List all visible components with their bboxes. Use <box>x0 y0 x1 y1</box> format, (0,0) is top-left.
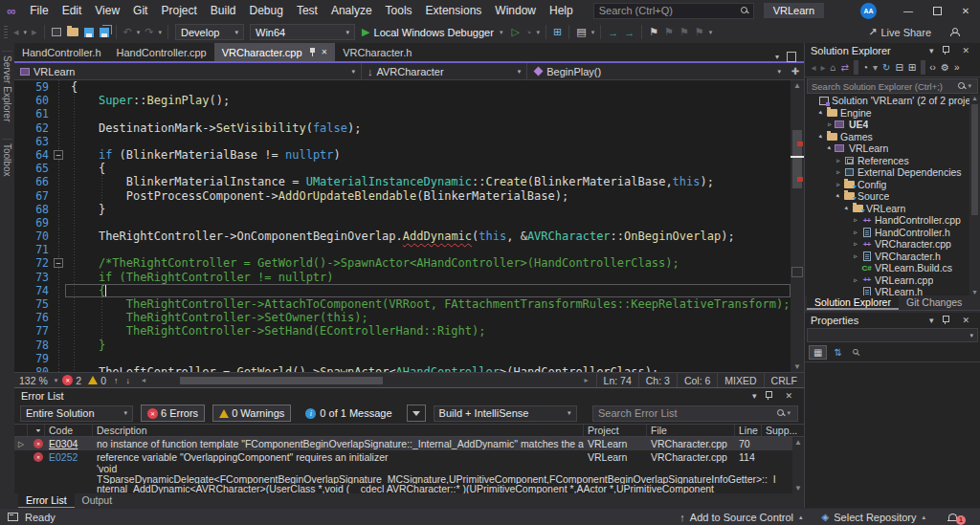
properties-object-dropdown[interactable]: ▾ <box>807 328 978 342</box>
fold-margin[interactable] <box>53 94 65 107</box>
fold-margin[interactable] <box>53 284 65 297</box>
scroll-down-icon[interactable]: ▼ <box>969 289 980 295</box>
code-column-header[interactable]: Code <box>45 425 93 436</box>
pin-icon[interactable] <box>309 48 316 56</box>
tree-item-vrlearn.cpp[interactable]: ▹++VRLearn.cpp <box>805 274 969 287</box>
find-in-files-icon[interactable]: ▤ <box>573 26 589 38</box>
window-position-caret-icon[interactable]: ▾ <box>747 391 762 401</box>
tree-item-source[interactable]: ▸Source <box>805 190 969 203</box>
error-row[interactable]: ✕E0252reference variable "OverlappingCom… <box>14 450 804 464</box>
menu-window[interactable]: Window <box>488 0 543 21</box>
account-avatar[interactable]: AA <box>860 3 877 19</box>
scroll-down-icon[interactable]: ▼ <box>792 484 804 492</box>
properties-title-bar[interactable]: Properties ▾ ✕ <box>805 313 980 327</box>
code-line-78[interactable]: 78 } <box>14 339 791 352</box>
member-dropdown[interactable]: BeginPlay() ▾ <box>527 63 787 79</box>
close-icon[interactable]: ✕ <box>780 391 797 401</box>
error-search-input[interactable] <box>598 407 777 419</box>
tree-item-ue4[interactable]: ▹UE4 <box>805 119 969 131</box>
tab-vrcharacter.h[interactable]: VRCharacter.h <box>335 43 419 61</box>
back-icon[interactable]: ◂ <box>809 62 818 73</box>
fold-margin[interactable] <box>53 189 65 203</box>
fold-margin[interactable] <box>53 311 65 324</box>
code-line-60[interactable]: 60 Super::BeginPlay(); <box>14 94 791 107</box>
solution-configuration-dropdown[interactable]: Develop▾ <box>175 24 244 40</box>
code-line-74[interactable]: 74 { <box>14 284 791 297</box>
code-lines[interactable]: 59{60 Super::BeginPlay();6162 Destinatio… <box>14 80 791 372</box>
editor-vertical-scrollbar[interactable]: ▲ ▼ <box>791 80 804 372</box>
project-dropdown[interactable]: VRLearn ▾ <box>14 63 362 79</box>
toolbar-overflow-caret[interactable]: ▾ <box>707 29 715 36</box>
scope-filter-dropdown[interactable]: Entire Solution▾ <box>20 405 133 422</box>
menu-test[interactable]: Test <box>290 0 324 21</box>
error-detail-row[interactable]: 'voidTSparseDynamicDelegate<FComponentBe… <box>14 464 804 493</box>
tree-item-games[interactable]: ▸Games <box>805 131 969 143</box>
suppression-column-header[interactable]: Supp... <box>762 425 804 436</box>
code-line-75[interactable]: 75 TheRightController->AttachToComponent… <box>14 297 791 311</box>
scrollbar-thumb[interactable] <box>971 104 978 215</box>
code-line-79[interactable]: 79 <box>14 352 791 365</box>
code-line-59[interactable]: 59{ <box>14 80 791 94</box>
fold-margin[interactable] <box>53 121 65 135</box>
filter-icon[interactable] <box>407 405 426 422</box>
code-line-77[interactable]: 77 TheRightController->SetHand(EControll… <box>14 324 791 338</box>
close-icon[interactable]: ✕ <box>957 316 974 325</box>
fold-margin[interactable]: − <box>53 256 65 270</box>
undo-caret[interactable]: ▾ <box>135 29 143 36</box>
fold-margin[interactable] <box>53 230 65 243</box>
view-code-icon[interactable]: ‹› <box>927 62 939 73</box>
tree-item-external-dependencies[interactable]: ▹External Dependencies <box>805 166 969 179</box>
close-button[interactable]: ✕ <box>951 0 980 21</box>
scroll-right-icon[interactable]: ▸ <box>585 376 589 385</box>
navigate-back-caret[interactable]: ▾ <box>22 29 30 36</box>
collapsed-arrow-icon[interactable]: ▹ <box>851 240 860 248</box>
line-indicator[interactable]: Ln: 74 <box>596 373 638 388</box>
float-window-icon[interactable] <box>783 53 800 61</box>
warning-count[interactable]: 0 <box>100 375 110 386</box>
error-code-cell[interactable]: E0252 <box>45 451 93 463</box>
split-window-icon[interactable]: ✚ <box>787 63 804 79</box>
pending-changes-filter-icon[interactable]: ◔ <box>860 62 871 73</box>
error-code-link[interactable]: E0252 <box>49 451 78 463</box>
quick-search-input[interactable] <box>599 5 741 16</box>
code-line-61[interactable]: 61 <box>14 107 791 120</box>
tree-item-vrcharacter.h[interactable]: ▹VRCharacter.h <box>805 251 969 263</box>
menu-git[interactable]: Git <box>126 0 154 21</box>
previous-bookmark-icon[interactable]: ⚑ <box>661 26 677 38</box>
solution-search-input[interactable] <box>812 81 958 92</box>
show-all-files-icon[interactable]: ⊞ <box>905 62 918 73</box>
clear-bookmarks-icon[interactable]: ⚑ <box>692 26 707 38</box>
pin-icon[interactable] <box>938 46 957 55</box>
performance-profiler-icon[interactable]: ◔ <box>523 27 535 38</box>
navigate-forward-icon[interactable]: ▸ <box>29 26 40 38</box>
tab-handcontroller.h[interactable]: HandController.h <box>14 43 109 61</box>
save-all-icon[interactable] <box>97 28 112 37</box>
menu-build[interactable]: Build <box>204 0 243 21</box>
git-changes-tab[interactable]: Git Changes <box>899 295 969 310</box>
project-column-header[interactable]: Project <box>584 425 647 436</box>
collapsed-arrow-icon[interactable]: ▹ <box>834 181 843 188</box>
code-line-65[interactable]: 65 { <box>14 162 791 175</box>
error-list-title-bar[interactable]: Error List ▾ ✕ <box>14 388 804 403</box>
categorized-icon[interactable]: ▦ <box>809 345 827 360</box>
filter-caret-icon[interactable]: ▾ <box>871 62 880 73</box>
code-line-71[interactable]: 71 <box>14 243 791 256</box>
tree-item-config[interactable]: ▹Config <box>805 179 969 191</box>
refresh-icon[interactable]: ↻ <box>880 62 893 73</box>
tree-item-vrlearn.h[interactable]: VRLearn.h <box>805 286 969 295</box>
warnings-filter-button[interactable]: 0 Warnings <box>212 405 291 422</box>
description-column-header[interactable]: Description <box>93 425 584 436</box>
fold-margin[interactable] <box>53 216 65 230</box>
code-line-62[interactable]: 62 DestinationMark->SetVisibility(false)… <box>14 121 791 135</box>
fold-margin[interactable] <box>53 297 65 311</box>
document-list-caret-icon[interactable]: ▾ <box>771 53 783 61</box>
next-bookmark-icon[interactable]: ⚑ <box>677 26 692 38</box>
fold-margin[interactable] <box>53 339 65 352</box>
type-dropdown[interactable]: ↓ AVRCharacter ▾ <box>362 63 527 79</box>
menu-project[interactable]: Project <box>154 0 203 21</box>
fold-margin[interactable] <box>53 243 65 256</box>
code-line-64[interactable]: 64− if (BlinkerMaterialBase != nullptr) <box>14 148 791 162</box>
collapse-all-icon[interactable]: ⊟ <box>893 62 905 73</box>
previous-issue-icon[interactable]: ↑ <box>110 376 122 385</box>
fold-margin[interactable] <box>53 80 65 94</box>
